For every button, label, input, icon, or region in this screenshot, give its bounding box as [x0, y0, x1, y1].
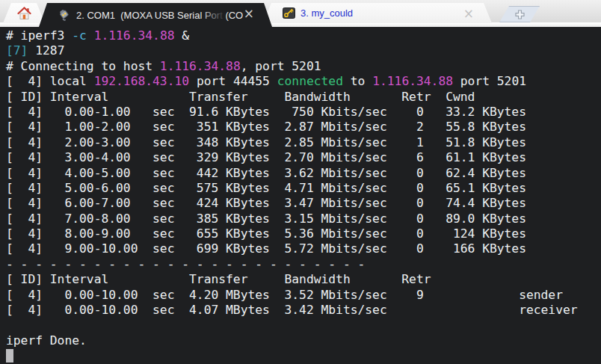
ansi-text-segment: [ ID] Interval Transfer Bandwidth Retr C… [6, 90, 475, 104]
ansi-text-segment: 1.116.34.88 [160, 59, 241, 73]
ansi-text-segment: [ 4] 7.00-8.00 sec 385 KBytes 3.15 Mbits… [6, 212, 526, 226]
ansi-text-segment: 1287 [28, 43, 64, 58]
terminal-line: [ 4] 3.00-4.00 sec 329 KBytes 2.70 Mbits… [6, 150, 601, 165]
tab-com1-serial[interactable]: 2. COM1 (MOXA USB Serial Port (CO × [39, 3, 272, 27]
tab-my-could[interactable]: 3. my_could × [263, 3, 492, 23]
terminal-line: [ 4] 8.00-9.00 sec 655 KBytes 5.36 Mbits… [6, 226, 601, 241]
ansi-text-segment: , port 5201 [241, 59, 321, 73]
ansi-text-segment: # iperf3 [6, 28, 72, 43]
ansi-text-segment: [ ID] Interval Transfer Bandwidth Retr [6, 272, 431, 286]
terminal-line: [ 4] 2.00-3.00 sec 348 KBytes 2.85 Mbits… [6, 135, 601, 150]
ansi-text-segment: [ 4] 4.00-5.00 sec 442 KBytes 3.62 Mbits… [6, 166, 526, 180]
ansi-text-segment: 192.168.43.10 [94, 74, 189, 88]
key-icon [283, 7, 295, 19]
ansi-text-segment: iperf Done. [6, 333, 87, 348]
ansi-text-segment [87, 28, 94, 43]
terminal-line: [ 4] 4.00-5.00 sec 442 KBytes 3.62 Mbits… [6, 166, 601, 181]
close-icon[interactable]: × [244, 7, 254, 20]
ansi-text-segment: port 44455 [189, 74, 277, 88]
terminal-line: # Connecting to host 1.116.34.88, port 5… [6, 59, 601, 74]
ansi-text-segment: to [343, 74, 372, 88]
tab-label-fade [200, 5, 226, 25]
terminal-line: [ ID] Interval Transfer Bandwidth Retr [6, 272, 601, 287]
terminal-line [6, 318, 601, 333]
terminal-line: # iperf3 -c 1.116.34.88 & [6, 28, 601, 43]
terminal-line: [ 4] 7.00-8.00 sec 385 KBytes 3.15 Mbits… [6, 212, 601, 226]
terminal-window: 2. COM1 (MOXA USB Serial Port (CO × 3. m… [0, 0, 601, 364]
ansi-text-segment: & [174, 28, 189, 43]
ansi-text-segment: [ 4] 0.00-1.00 sec 91.6 KBytes 750 Kbits… [6, 105, 526, 119]
close-icon[interactable]: × [463, 7, 474, 19]
terminal-line: [ 4] 0.00-1.00 sec 91.6 KBytes 750 Kbits… [6, 105, 601, 120]
terminal-line: [7] 1287 [6, 43, 601, 58]
terminal-line: - - - - - - - - - - - - - - - - - - - - … [6, 257, 601, 272]
terminal-line: [ 4] 9.00-10.00 sec 699 KBytes 5.72 Mbit… [6, 241, 601, 256]
terminal-line: iperf Done. [6, 333, 601, 348]
ansi-text-segment: [ 4] local [6, 74, 94, 88]
terminal-line: [ 4] 6.00-7.00 sec 424 KBytes 3.47 Mbits… [6, 196, 601, 211]
tab-bar: 2. COM1 (MOXA USB Serial Port (CO × 3. m… [0, 0, 601, 27]
ansi-text-segment: [ 4] 5.00-6.00 sec 575 KBytes 4.71 Mbits… [6, 181, 526, 195]
ansi-text-segment: # Connecting to host [6, 59, 160, 73]
ansi-text-segment: [ 4] 2.00-3.00 sec 348 KBytes 2.85 Mbits… [6, 135, 526, 149]
ansi-text-segment: [ 4] 0.00-10.00 sec 4.07 MBytes 3.42 Mbi… [6, 303, 578, 317]
ansi-text-segment: - - - - - - - - - - - - - - - - - - - - … [6, 257, 365, 271]
home-icon [17, 7, 31, 19]
ansi-text-segment: [ 4] 3.00-4.00 sec 329 KBytes 2.70 Mbits… [6, 150, 526, 164]
terminal-line: [ 4] 1.00-2.00 sec 351 KBytes 2.87 Mbits… [6, 120, 601, 135]
ansi-text-segment: port 5201 [453, 74, 526, 88]
terminal-line: [ ID] Interval Transfer Bandwidth Retr C… [6, 90, 601, 105]
ansi-text-segment: connected [277, 74, 343, 88]
ansi-text-segment: [ 4] 6.00-7.00 sec 424 KBytes 3.47 Mbits… [6, 196, 526, 210]
terminal-line [6, 348, 601, 363]
terminal-cursor [6, 349, 13, 363]
ansi-text-segment: [ 4] 0.00-10.00 sec 4.20 MBytes 3.52 Mbi… [6, 288, 563, 302]
ansi-text-segment: 1.116.34.88 [94, 28, 175, 43]
plus-icon [515, 10, 525, 19]
terminal-line: [ 4] 0.00-10.00 sec 4.07 MBytes 3.42 Mbi… [6, 303, 601, 318]
ansi-text-segment: [ 4] 8.00-9.00 sec 655 KBytes 5.36 Mbits… [6, 226, 526, 241]
terminal-line: [ 4] 0.00-10.00 sec 4.20 MBytes 3.52 Mbi… [6, 288, 601, 303]
new-tab-button[interactable] [499, 6, 540, 22]
terminal-screen[interactable]: # iperf3 -c 1.116.34.88 &[7] 1287# Conne… [0, 27, 601, 364]
ansi-text-segment: [7] [6, 43, 28, 58]
serial-connector-icon [58, 9, 71, 21]
ansi-text-segment: [ 4] 9.00-10.00 sec 699 KBytes 5.72 Mbit… [6, 241, 526, 256]
ansi-text-segment: -c [72, 28, 87, 43]
terminal-line: [ 4] local 192.168.43.10 port 44455 conn… [6, 74, 601, 89]
ansi-text-segment: 1.116.34.88 [372, 74, 453, 88]
terminal-line: [ 4] 5.00-6.00 sec 575 KBytes 4.71 Mbits… [6, 181, 601, 196]
tab-my-could-label: 3. my_could [300, 7, 353, 19]
ansi-text-segment: [ 4] 1.00-2.00 sec 351 KBytes 2.87 Mbits… [6, 120, 526, 134]
